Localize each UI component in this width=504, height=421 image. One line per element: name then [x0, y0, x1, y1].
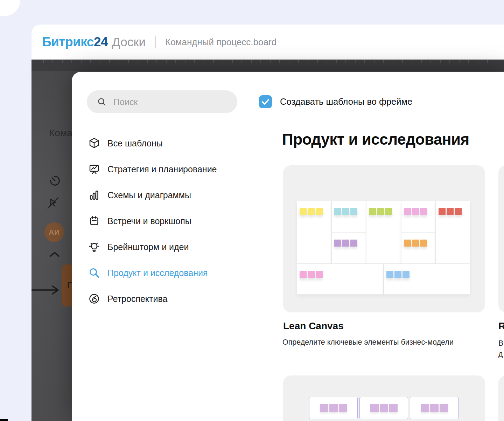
- section-title: Продукт и исследования: [282, 131, 469, 148]
- screen-edge-artifact: [0, 419, 8, 421]
- calendar-icon: [88, 214, 101, 228]
- connector-arrow: [31, 284, 64, 296]
- chevron-up-icon: [48, 250, 61, 258]
- search-icon: [97, 97, 106, 106]
- category-item-bar-chart[interactable]: Схемы и диаграммы: [88, 187, 217, 203]
- sticky-note: [404, 208, 411, 215]
- sticky-note: [412, 208, 419, 215]
- sticky-note: [385, 208, 392, 215]
- category-item-cube[interactable]: Все шаблоны: [88, 136, 217, 151]
- canvas-cell: [436, 201, 470, 264]
- sticky-group: [300, 271, 323, 278]
- sticky-group: [404, 208, 427, 215]
- template-card-right-bottom-partial[interactable]: [498, 375, 504, 421]
- sticky-group: [439, 208, 462, 215]
- sticky-note: [334, 208, 341, 215]
- canvas-cell: [297, 264, 384, 295]
- sticky-note: [439, 208, 446, 215]
- sticky-note: [308, 271, 315, 278]
- category-label: Стратегия и планирование: [107, 164, 217, 174]
- check-icon: [259, 95, 272, 108]
- sticky-note: [420, 208, 427, 215]
- category-label: Встречи и воркшопы: [107, 216, 191, 226]
- sticky-note: [440, 404, 448, 412]
- search-input[interactable]: [113, 90, 230, 114]
- user-avatar: АИ: [44, 222, 64, 242]
- sticky-note: [300, 271, 307, 278]
- magnifier-icon: [88, 266, 101, 279]
- frame-checkbox[interactable]: [259, 95, 272, 108]
- sticky-note: [308, 208, 315, 215]
- category-label: Все шаблоны: [107, 138, 163, 149]
- sticky-note: [350, 208, 357, 215]
- sticky-note: [430, 404, 439, 412]
- preview-box: [359, 397, 408, 419]
- sticky-note: [370, 404, 379, 412]
- template-card-right-partial[interactable]: [498, 165, 504, 312]
- presentation-chart-icon: [88, 163, 101, 176]
- template-categories: Все шаблоныСтратегия и планированиеСхемы…: [88, 136, 217, 306]
- timer-icon: [48, 174, 62, 187]
- canvas-cell: [401, 232, 436, 264]
- board-toolbar-dimmed: [31, 60, 504, 71]
- template-card-lean-canvas[interactable]: [283, 165, 485, 312]
- category-item-presentation-chart[interactable]: Стратегия и планирование: [88, 161, 217, 177]
- screen: Битрикс24 Доски Командный процесс.board …: [0, 0, 504, 421]
- logo-number: 24: [94, 35, 108, 49]
- sticky-note: [421, 404, 429, 412]
- app-header: Битрикс24 Доски Командный процесс.board: [31, 25, 504, 60]
- category-label: Ретроспектива: [107, 294, 167, 304]
- canvas-cell: [401, 201, 436, 232]
- lean-canvas-preview: [297, 201, 470, 295]
- sticky-note: [404, 240, 411, 247]
- sticky-note: [350, 240, 357, 247]
- board-title-partial: Кома: [49, 127, 72, 139]
- product-name: Доски: [112, 35, 146, 49]
- sticky-note: [394, 271, 401, 278]
- category-label: Брейншторм и идеи: [107, 242, 189, 252]
- preview-box: [309, 397, 358, 419]
- category-item-retrospective[interactable]: Ретроспектива: [88, 291, 217, 306]
- category-item-lightbulb[interactable]: Брейншторм и идеи: [88, 239, 217, 255]
- retrospective-icon: [88, 292, 101, 305]
- bar-chart-icon: [88, 188, 101, 202]
- pointer-disabled-icon: [45, 195, 62, 212]
- sticky-note: [316, 271, 323, 278]
- sticky-note: [316, 208, 323, 215]
- category-item-magnifier[interactable]: Продукт и исследования: [88, 265, 217, 281]
- sticky-note: [389, 404, 398, 412]
- sticky-note: [447, 208, 454, 215]
- sticky-note: [320, 404, 328, 412]
- category-label: Схемы и диаграммы: [107, 190, 191, 200]
- sticky-group: [404, 240, 427, 247]
- sticky-note: [342, 208, 349, 215]
- sticky-note: [339, 404, 347, 412]
- canvas-cell: [384, 264, 470, 295]
- sticky-note: [300, 208, 307, 215]
- sticky-group: [386, 271, 410, 278]
- search-box: [87, 90, 237, 113]
- sticky-group: [334, 208, 357, 215]
- template-name-partial: R: [498, 320, 504, 332]
- canvas-cell: [331, 201, 366, 232]
- template-picker-dialog: Создавать шаблоны во фрейме Все шаблоныС…: [72, 72, 504, 421]
- preview-box: [410, 397, 458, 419]
- canvas-cell: [331, 232, 366, 264]
- category-label: Продукт и исследования: [107, 268, 208, 278]
- bottom-template-preview: [309, 397, 458, 419]
- cube-icon: [88, 137, 101, 150]
- lightbulb-icon: [88, 240, 101, 254]
- sticky-note: [369, 208, 376, 215]
- logo-text: Битрикс: [42, 35, 94, 49]
- header-divider: [155, 36, 156, 48]
- template-card-bottom-partial[interactable]: [283, 375, 485, 421]
- category-item-calendar[interactable]: Встречи и воркшопы: [88, 213, 217, 229]
- sticky-group: [334, 240, 357, 247]
- canvas-cell: [366, 201, 401, 264]
- template-description: Определите ключевые элементы бизнес-моде…: [282, 338, 454, 347]
- sticky-note: [386, 271, 393, 278]
- sticky-note: [402, 271, 410, 278]
- frame-checkbox-label[interactable]: Создавать шаблоны во фрейме: [280, 95, 412, 108]
- sticker-text: Г: [67, 281, 72, 290]
- sticky-note: [329, 404, 338, 412]
